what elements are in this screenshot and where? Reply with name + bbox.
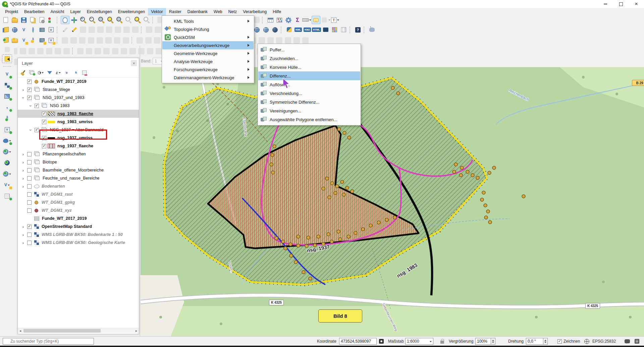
submenu-item-ausgewaehlte-polygone-entfernen[interactable]: Ausgewählte Polygone entfernen... <box>258 115 360 124</box>
layers-panel-close-button[interactable]: × <box>131 60 137 66</box>
menu-datenbank[interactable]: Datenbank <box>184 8 211 15</box>
open-attribute-table-button[interactable] <box>266 16 275 24</box>
vergroesserung-input[interactable] <box>475 338 491 345</box>
layer-row-strasse-wege[interactable]: Strasse_Wege <box>18 86 139 94</box>
drehung-spinner[interactable] <box>543 338 548 345</box>
layer-row-biotope[interactable]: Biotope <box>18 158 139 166</box>
add-virtual-layer-button[interactable] <box>2 192 12 200</box>
add-wcs-layer-button[interactable] <box>2 158 12 167</box>
layer-row-nsg-1937-flaeche[interactable]: nsg_1937_flaeche <box>18 142 139 150</box>
menu-item-analyse-werkzeuge[interactable]: Analyse-Werkzeuge <box>162 57 254 65</box>
layer-checkbox[interactable] <box>42 112 46 116</box>
add-spatialite-layer-button[interactable]: V <box>2 125 12 134</box>
python-console-button[interactable] <box>285 26 293 34</box>
layer-checkbox[interactable] <box>27 168 32 172</box>
menu-item-datenmanagement-werkzeuge[interactable]: Datenmanagement-Werkzeuge <box>162 73 254 82</box>
menu-einstellungen[interactable]: Einstellungen <box>84 8 115 15</box>
menu-web[interactable]: Web <box>211 8 225 15</box>
layer-row-nsg-1937-und-1983[interactable]: NSG_1937_und_1983 <box>18 94 139 102</box>
layer-checkbox[interactable] <box>27 80 32 84</box>
layer-checkbox[interactable] <box>42 120 46 124</box>
add-wms-layer-button[interactable] <box>2 147 12 156</box>
massstab-combo[interactable]: 1:6000 <box>405 338 433 345</box>
add-gpx-button[interactable] <box>29 26 37 34</box>
add-virtual-button[interactable]: V <box>47 26 55 34</box>
expander-icon[interactable] <box>20 152 26 157</box>
layer-row-nsg-1937[interactable]: NSG_1937 = Alter Bannwald <box>18 126 139 134</box>
kml-export-button[interactable]: KML <box>294 26 303 34</box>
layer-checkbox[interactable] <box>42 136 46 140</box>
layer-row-nsg-1983-umriss[interactable]: nsg_1983_umriss <box>18 118 139 126</box>
select-features-button[interactable] <box>2 54 12 63</box>
zoom-in-button[interactable]: + <box>79 16 88 24</box>
submenu-item-aufloesen[interactable]: Auflösen... <box>258 80 360 89</box>
layer-checkbox[interactable] <box>27 184 32 189</box>
remove-layer-button[interactable] <box>82 70 87 76</box>
menu-bearbeiten[interactable]: Bearbeiten <box>21 8 47 15</box>
new-shapefile-layer-button[interactable] <box>10 36 19 45</box>
layer-checkbox[interactable] <box>35 128 39 132</box>
pan-map-button[interactable] <box>61 16 69 24</box>
maximize-button[interactable] <box>613 0 629 8</box>
measure-button[interactable] <box>302 16 311 24</box>
submenu-item-differenz[interactable]: Differenz... <box>258 71 360 80</box>
new-mesh-layer-button[interactable] <box>38 36 46 45</box>
expander-icon[interactable] <box>20 184 26 189</box>
scrollbar-thumb[interactable] <box>23 329 101 333</box>
new-temporary-layer-button[interactable]: V <box>19 36 28 45</box>
layer-checkbox[interactable] <box>27 200 32 205</box>
zoom-full-button[interactable] <box>97 16 106 24</box>
expander-icon[interactable] <box>20 240 26 245</box>
menu-item-forschungswerkzeuge[interactable]: Forschungswerkzeuge <box>162 65 254 73</box>
submenu-item-symmetrische-differenz[interactable]: Symmetrische Differenz... <box>258 98 360 106</box>
color-grid-button[interactable] <box>330 26 339 34</box>
map-tips-button[interactable] <box>312 16 320 24</box>
new-scratch-layer-button[interactable]: V <box>2 181 12 189</box>
layer-checkbox[interactable] <box>27 152 32 156</box>
menu-item-topologie-pruefung[interactable]: Topologie-Prüfung <box>162 25 254 33</box>
menu-item-kml-tools[interactable]: KML Tools <box>162 17 254 25</box>
vergroesserung-spinner[interactable] <box>491 338 495 345</box>
layer-checkbox[interactable] <box>27 192 32 197</box>
add-vector-button[interactable]: V <box>19 26 28 34</box>
submenu-item-puffer[interactable]: Puffer... <box>258 45 360 54</box>
submenu-item-verschneidung[interactable]: Verschneidung... <box>258 89 360 98</box>
expander-icon[interactable] <box>20 95 26 100</box>
kmz-export-button[interactable]: KMZ <box>303 26 312 34</box>
close-button[interactable] <box>629 0 644 8</box>
epsg-button[interactable]: EPSG:25832 <box>592 338 616 345</box>
layer-row-nsg-1983[interactable]: NSG 1983 <box>18 102 139 110</box>
layer-row-bodenarten[interactable]: Bodenarten <box>18 182 139 190</box>
add-postgis-layer-button[interactable] <box>2 136 12 145</box>
grid-button[interactable] <box>339 26 348 34</box>
layer-row-wms-bk50[interactable]: WMS LGRB-BW BK50: Bodenkarte 1 : 50 <box>18 231 139 239</box>
add-group-button[interactable] <box>29 70 35 76</box>
layer-row-wt-dgm1-rast[interactable]: WT_DGM1_rast <box>18 190 139 198</box>
new-print-layout-button[interactable] <box>29 16 37 24</box>
panel-splitter[interactable] <box>139 46 141 336</box>
save-project-button[interactable] <box>19 16 28 24</box>
zoom-to-layer-button[interactable] <box>115 16 124 24</box>
menu-projekt[interactable]: Projekt <box>2 8 21 15</box>
add-raster-layer-button[interactable] <box>2 81 12 90</box>
manage-map-themes-button[interactable] <box>38 70 44 76</box>
menu-vektor[interactable]: Vektor <box>148 8 166 15</box>
raster-tools-button[interactable] <box>321 26 330 34</box>
layer-row-funde-table[interactable]: Funde_WT_2017_2019 <box>18 214 139 222</box>
add-mesh-layer-button[interactable] <box>2 92 12 101</box>
horizontal-scrollbar[interactable]: ◂ ▸ <box>18 328 139 333</box>
new-project-button[interactable] <box>1 16 10 24</box>
open-layer-styling-button[interactable] <box>20 70 26 76</box>
layer-checkbox[interactable] <box>27 241 32 245</box>
collapse-all-button[interactable]: » <box>73 70 78 76</box>
submenu-item-zuschneiden[interactable]: Zuschneiden... <box>258 54 360 63</box>
zoom-last-button[interactable] <box>133 16 142 24</box>
zoom-out-button[interactable]: − <box>88 16 97 24</box>
layer-checkbox[interactable] <box>27 176 32 181</box>
layer-row-openstreetmap[interactable]: OpenStreetMap Standard <box>18 222 139 231</box>
crs-globe-icon[interactable] <box>584 339 589 344</box>
expander-icon[interactable] <box>20 168 26 173</box>
log-icon[interactable] <box>635 339 639 344</box>
statistical-summary-button[interactable]: Σ <box>293 16 302 24</box>
layer-checkbox[interactable] <box>35 104 39 108</box>
